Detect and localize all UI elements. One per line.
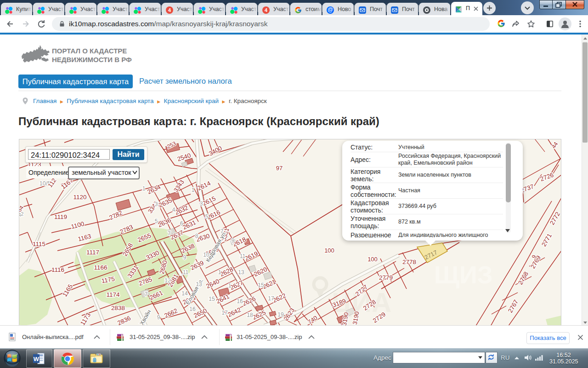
svg-text:W: W	[34, 356, 40, 362]
